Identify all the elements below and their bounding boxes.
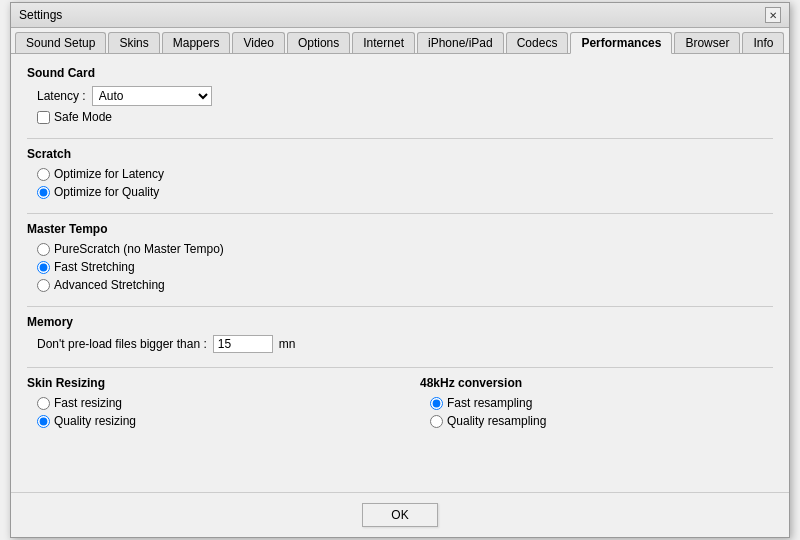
skin-resizing-content: Fast resizing Quality resizing xyxy=(27,396,380,428)
memory-unit: mn xyxy=(279,337,296,351)
scratch-content: Optimize for Latency Optimize for Qualit… xyxy=(27,167,773,199)
content-area: Sound Card Latency : Auto Low Medium Hig… xyxy=(11,54,789,484)
conversion-section: 48kHz conversion Fast resampling Quality… xyxy=(420,376,773,432)
pure-scratch-label: PureScratch (no Master Tempo) xyxy=(54,242,224,256)
quality-resampling-radio[interactable] xyxy=(430,415,443,428)
memory-content: Don't pre-load files bigger than : mn xyxy=(27,335,773,353)
conversion-content: Fast resampling Quality resampling xyxy=(420,396,773,428)
memory-input[interactable] xyxy=(213,335,273,353)
bottom-sections: Skin Resizing Fast resizing Quality resi… xyxy=(27,376,773,432)
fast-resizing-radio[interactable] xyxy=(37,397,50,410)
optimize-latency-row: Optimize for Latency xyxy=(37,167,773,181)
divider-3 xyxy=(27,306,773,307)
advanced-stretching-radio[interactable] xyxy=(37,279,50,292)
tab-mappers[interactable]: Mappers xyxy=(162,32,231,53)
ok-button[interactable]: OK xyxy=(362,503,437,527)
master-tempo-section: Master Tempo PureScratch (no Master Temp… xyxy=(27,222,773,292)
conversion-title: 48kHz conversion xyxy=(420,376,773,390)
latency-label: Latency : xyxy=(37,89,86,103)
latency-row: Latency : Auto Low Medium High xyxy=(37,86,773,106)
fast-stretching-row: Fast Stretching xyxy=(37,260,773,274)
tab-codecs[interactable]: Codecs xyxy=(506,32,569,53)
safe-mode-row: Safe Mode xyxy=(37,110,773,124)
fast-resizing-row: Fast resizing xyxy=(37,396,380,410)
advanced-stretching-label: Advanced Stretching xyxy=(54,278,165,292)
title-bar: Settings ✕ xyxy=(11,3,789,28)
memory-title: Memory xyxy=(27,315,773,329)
tab-options[interactable]: Options xyxy=(287,32,350,53)
scratch-title: Scratch xyxy=(27,147,773,161)
master-tempo-content: PureScratch (no Master Tempo) Fast Stret… xyxy=(27,242,773,292)
ok-bar: OK xyxy=(11,492,789,537)
quality-resampling-label: Quality resampling xyxy=(447,414,546,428)
fast-resampling-radio[interactable] xyxy=(430,397,443,410)
sound-card-section: Sound Card Latency : Auto Low Medium Hig… xyxy=(27,66,773,124)
tab-performances[interactable]: Performances xyxy=(570,32,672,54)
divider-2 xyxy=(27,213,773,214)
divider-4 xyxy=(27,367,773,368)
quality-resizing-row: Quality resizing xyxy=(37,414,380,428)
sound-card-content: Latency : Auto Low Medium High Safe Mode xyxy=(27,86,773,124)
optimize-quality-radio[interactable] xyxy=(37,186,50,199)
fast-stretching-label: Fast Stretching xyxy=(54,260,135,274)
optimize-quality-row: Optimize for Quality xyxy=(37,185,773,199)
fast-resampling-row: Fast resampling xyxy=(430,396,773,410)
pure-scratch-radio[interactable] xyxy=(37,243,50,256)
safe-mode-checkbox[interactable] xyxy=(37,111,50,124)
fast-resizing-label: Fast resizing xyxy=(54,396,122,410)
memory-section: Memory Don't pre-load files bigger than … xyxy=(27,315,773,353)
tab-sound-setup[interactable]: Sound Setup xyxy=(15,32,106,53)
tab-browser[interactable]: Browser xyxy=(674,32,740,53)
latency-select[interactable]: Auto Low Medium High xyxy=(92,86,212,106)
divider-1 xyxy=(27,138,773,139)
optimize-latency-radio[interactable] xyxy=(37,168,50,181)
tab-bar: Sound Setup Skins Mappers Video Options … xyxy=(11,28,789,54)
fast-resampling-label: Fast resampling xyxy=(447,396,532,410)
quality-resizing-radio[interactable] xyxy=(37,415,50,428)
safe-mode-label: Safe Mode xyxy=(54,110,112,124)
close-button[interactable]: ✕ xyxy=(765,7,781,23)
optimize-latency-label: Optimize for Latency xyxy=(54,167,164,181)
window-title: Settings xyxy=(19,8,62,22)
tab-skins[interactable]: Skins xyxy=(108,32,159,53)
memory-row: Don't pre-load files bigger than : mn xyxy=(37,335,773,353)
skin-resizing-section: Skin Resizing Fast resizing Quality resi… xyxy=(27,376,380,432)
tab-video[interactable]: Video xyxy=(232,32,284,53)
scratch-section: Scratch Optimize for Latency Optimize fo… xyxy=(27,147,773,199)
memory-label: Don't pre-load files bigger than : xyxy=(37,337,207,351)
optimize-quality-label: Optimize for Quality xyxy=(54,185,159,199)
sound-card-title: Sound Card xyxy=(27,66,773,80)
tab-internet[interactable]: Internet xyxy=(352,32,415,53)
advanced-stretching-row: Advanced Stretching xyxy=(37,278,773,292)
tab-info[interactable]: Info xyxy=(742,32,784,53)
fast-stretching-radio[interactable] xyxy=(37,261,50,274)
skin-resizing-title: Skin Resizing xyxy=(27,376,380,390)
settings-window: Settings ✕ Sound Setup Skins Mappers Vid… xyxy=(10,2,790,538)
quality-resampling-row: Quality resampling xyxy=(430,414,773,428)
tab-iphone-ipad[interactable]: iPhone/iPad xyxy=(417,32,504,53)
pure-scratch-row: PureScratch (no Master Tempo) xyxy=(37,242,773,256)
quality-resizing-label: Quality resizing xyxy=(54,414,136,428)
master-tempo-title: Master Tempo xyxy=(27,222,773,236)
